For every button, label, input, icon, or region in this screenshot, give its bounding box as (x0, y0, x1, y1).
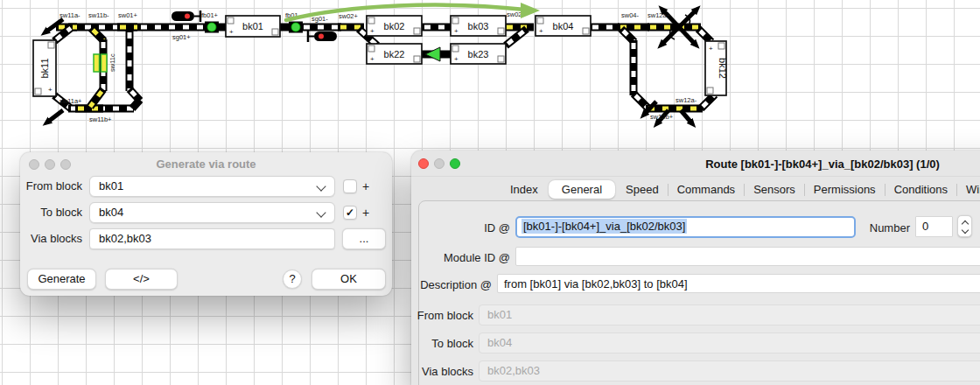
minimize-icon[interactable] (434, 158, 444, 169)
via-blocks-label: Via blocks (411, 360, 473, 382)
signal-icon[interactable] (314, 32, 337, 41)
via-blocks-field: bk02,bk03 (479, 360, 980, 382)
via-browse-button[interactable]: ... (342, 228, 386, 249)
block-corner-mark (452, 46, 458, 52)
decoupler-icon[interactable] (94, 54, 100, 72)
feedback-sensor-icon[interactable] (291, 23, 300, 32)
description-input[interactable]: from [bk01] via [bk02,bk03] to [bk04] (497, 274, 980, 293)
block-corner-mark (498, 56, 504, 62)
block-plus-mark: + (48, 86, 52, 94)
block-corner-mark (452, 18, 458, 24)
rocrail-workspace: { "colors":{ "switch_yellow":"#f3ea43","… (0, 0, 980, 385)
to-block-label: To block (20, 202, 82, 223)
block-corner-mark (35, 88, 41, 94)
track-end-arrow[interactable] (48, 110, 63, 122)
checkmark-icon: ✓ (346, 206, 354, 219)
plan-label-sw11c: sw11c (108, 53, 116, 72)
to-block-label: To block (411, 332, 473, 354)
module-id-label: Module ID @ (411, 247, 510, 269)
chevron-down-icon (316, 207, 326, 217)
block-corner-mark (707, 88, 713, 94)
block-label-bk03: bk03 (468, 21, 489, 32)
ok-button[interactable]: OK (312, 269, 386, 290)
maximize-icon[interactable] (450, 158, 460, 169)
route-properties-dialog: Route [bk01-]-[bk04+]_via_[bk02/bk03] (1… (411, 150, 980, 385)
from-plus-label: + (362, 176, 369, 197)
plan-label-sw12a+: sw12a+ (648, 11, 671, 19)
number-label: Number (864, 217, 910, 239)
signal-icon[interactable] (172, 11, 194, 21)
from-block-checkbox[interactable] (343, 179, 357, 193)
plan-label-sw11a+: sw11a+ (60, 97, 82, 105)
block-label-bk02: bk02 (384, 21, 405, 32)
generate-button[interactable]: Generate (27, 269, 96, 290)
signal-red-aspect (318, 34, 324, 39)
block-corner-mark (498, 28, 504, 34)
to-block-combo[interactable]: bk04 (89, 202, 335, 223)
plan-label-sw02+: sw02+ (339, 12, 359, 20)
block-plus-mark: + (539, 27, 543, 35)
tab-wiring[interactable]: Wiring (957, 180, 980, 199)
from-block-combo[interactable]: bk01 (89, 176, 335, 197)
xml-code-button[interactable]: </> (105, 269, 178, 290)
track-segment[interactable] (132, 100, 140, 108)
track-plan[interactable]: +bk01+bk02+bk03+bk04+bk22+bk23+bk11+bk12… (0, 0, 980, 144)
id-input[interactable]: [bk01-]-[bk04+]_via_[bk02/bk03] (515, 216, 856, 238)
tab-speed[interactable]: Speed (617, 180, 668, 199)
block-plus-mark: + (454, 27, 458, 35)
block-corner-mark (228, 18, 234, 24)
block-plus-mark: + (454, 55, 458, 63)
to-plus-label: + (362, 202, 369, 223)
module-id-input[interactable] (515, 247, 980, 266)
plan-label-sw12b+: sw12b+ (650, 113, 674, 121)
plan-label-sw12a-: sw12a- (676, 96, 697, 104)
plan-label-sg01+: sg01+ (172, 33, 191, 41)
block-corner-mark (718, 43, 724, 49)
tab-sensors[interactable]: Sensors (745, 180, 804, 199)
block-corner-mark (48, 42, 54, 48)
generate-dialog-title: Generate via route (20, 152, 392, 175)
via-blocks-input[interactable]: bk02,bk03 (89, 228, 335, 249)
decoupler-icon[interactable] (102, 54, 108, 72)
plan-label-sw11a-: sw11a- (60, 11, 80, 19)
stepper-down-icon[interactable] (962, 227, 969, 234)
minimize-icon[interactable] (45, 159, 55, 170)
block-corner-mark (583, 28, 589, 34)
block-label-bk11: bk11 (39, 58, 50, 78)
route-dialog-title: Route [bk01-]-[bk04+]_via_[bk02/bk03] (1… (411, 150, 980, 177)
tab-index[interactable]: Index (501, 180, 547, 199)
description-label: Description @ (411, 274, 492, 296)
block-label-bk01: bk01 (242, 21, 263, 32)
block-plus-mark: + (370, 27, 374, 35)
id-selected-text: [bk01-]-[bk04+]_via_[bk02/bk03] (522, 219, 687, 234)
id-label: ID @ (411, 217, 510, 239)
tab-conditions[interactable]: Conditions (886, 180, 956, 199)
plan-label-sw01+: sw01+ (118, 11, 138, 19)
close-icon[interactable] (29, 159, 39, 170)
close-icon[interactable] (418, 158, 429, 169)
number-stepper[interactable] (957, 215, 972, 237)
to-block-value: bk04 (99, 206, 123, 219)
block-label-bk04: bk04 (553, 21, 574, 32)
maximize-icon[interactable] (60, 159, 71, 170)
tab-general[interactable]: General (549, 180, 615, 199)
from-block-value: bk01 (99, 179, 123, 192)
help-button[interactable]: ? (283, 270, 302, 289)
from-block-label: From block (20, 176, 82, 197)
block-corner-mark (537, 18, 543, 24)
via-blocks-value: bk02,bk03 (99, 232, 151, 245)
to-block-field: bk04 (479, 332, 980, 354)
tab-commands[interactable]: Commands (668, 180, 744, 199)
chevron-down-icon (316, 181, 326, 191)
block-corner-mark (414, 28, 420, 34)
feedback-sensor-icon[interactable] (207, 23, 216, 32)
route-tab-bar: Index General Speed Commands Sensors Per… (411, 178, 980, 200)
number-input[interactable]: 0 (915, 216, 953, 237)
tab-permissions[interactable]: Permissions (805, 180, 885, 199)
to-block-checkbox[interactable]: ✓ (343, 206, 357, 220)
block-plus-mark: + (229, 28, 234, 36)
block-plus-mark: + (709, 45, 713, 52)
plan-label-fb01+: fb01+ (201, 11, 219, 19)
block-corner-mark (272, 29, 278, 35)
plan-label-sw11b+: sw11b+ (89, 116, 112, 123)
